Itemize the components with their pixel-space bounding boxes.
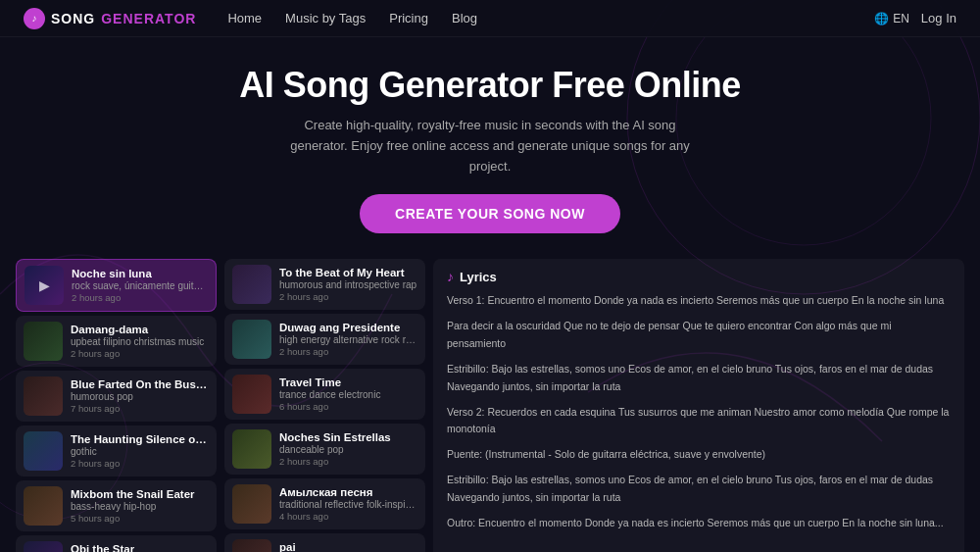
- song-time: 6 hours ago: [279, 401, 417, 412]
- lyrics-panel: ♪ Lyrics Verso 1: Encuentro el momento D…: [433, 259, 964, 552]
- song-card[interactable]: paifunk, pop, trap7 hours ago: [224, 533, 425, 552]
- song-thumbnail: ▶: [24, 266, 64, 305]
- nav-home[interactable]: Home: [227, 11, 262, 25]
- song-time: 7 hours ago: [71, 403, 209, 414]
- song-info: Duwag ang Presidentehigh energy alternat…: [279, 322, 417, 357]
- song-genre: humorous pop: [71, 391, 209, 402]
- navbar: ♪ SONG GENERATOR Home Music by Tags Pric…: [0, 0, 980, 37]
- song-time: 2 hours ago: [71, 458, 209, 469]
- logo[interactable]: ♪ SONG GENERATOR: [24, 8, 196, 29]
- song-time: 2 hours ago: [72, 292, 208, 303]
- song-time: 5 hours ago: [71, 513, 209, 524]
- song-thumbnail: [232, 320, 271, 359]
- song-genre: trance dance electronic: [279, 389, 417, 400]
- song-card[interactable]: Obi the Starpop inspirational7 hours ago: [16, 535, 217, 552]
- hero-subtext: Create high-quality, royalty-free music …: [284, 116, 696, 176]
- song-card[interactable]: Blue Farted On the Bus Againhumorous pop…: [16, 371, 217, 422]
- song-info: Noche sin lunarock suave, únicamente gui…: [72, 268, 208, 303]
- song-info: Obi the Starpop inspirational7 hours ago: [71, 543, 209, 552]
- lyrics-paragraph: Outro: Encuentro el momento Donde ya nad…: [447, 515, 951, 532]
- song-genre: humorous and introspective rap: [279, 279, 417, 290]
- lyrics-content: Verso 1: Encuentro el momento Donde ya n…: [447, 292, 951, 531]
- content-area: ▶Noche sin lunarock suave, únicamente gu…: [0, 247, 980, 552]
- song-card[interactable]: Амылская песняtraditional reflective fol…: [224, 478, 425, 529]
- song-card[interactable]: Noches Sin Estrellasdanceable pop2 hours…: [224, 424, 425, 475]
- song-info: Blue Farted On the Bus Againhumorous pop…: [71, 378, 209, 414]
- song-thumbnail: [24, 322, 63, 361]
- song-genre: traditional reflective folk-inspired: [279, 499, 417, 510]
- song-info: The Haunting Silence of a Forgotten...go…: [71, 433, 209, 469]
- song-genre: high energy alternative rock rebellious: [279, 334, 417, 345]
- lyrics-paragraph: Estribillo: Bajo las estrellas, somos un…: [447, 472, 951, 507]
- song-thumbnail: [24, 376, 63, 416]
- song-title: The Haunting Silence of a Forgotten...: [71, 433, 209, 445]
- song-info: To the Beat of My Hearthumorous and intr…: [279, 267, 417, 302]
- song-title: Travel Time: [279, 376, 417, 388]
- song-thumbnail: [232, 429, 271, 469]
- song-info: Mixbom the Snail Eaterbass-heavy hip-hop…: [71, 488, 209, 524]
- song-card[interactable]: Mixbom the Snail Eaterbass-heavy hip-hop…: [16, 480, 217, 531]
- song-thumbnail: [24, 486, 63, 526]
- song-title: Noches Sin Estrellas: [279, 431, 417, 443]
- song-card[interactable]: To the Beat of My Hearthumorous and intr…: [224, 259, 425, 310]
- lyrics-paragraph: Verso 1: Encuentro el momento Donde ya n…: [447, 292, 951, 310]
- song-title: Амылская песня: [279, 486, 417, 498]
- song-genre: gothic: [71, 446, 209, 457]
- song-time: 2 hours ago: [279, 291, 417, 302]
- lyrics-paragraph: Verso 2: Recuerdos en cada esquina Tus s…: [447, 404, 951, 439]
- song-card[interactable]: ▶Noche sin lunarock suave, únicamente gu…: [16, 259, 217, 312]
- song-thumbnail: [24, 541, 63, 552]
- lang-label: EN: [893, 12, 909, 25]
- song-title: Noche sin luna: [72, 268, 208, 279]
- song-title: Duwag ang Presidente: [279, 322, 417, 333]
- song-card[interactable]: The Haunting Silence of a Forgotten...go…: [16, 426, 217, 477]
- song-time: 2 hours ago: [279, 456, 417, 467]
- logo-icon: ♪: [24, 8, 45, 29]
- song-card[interactable]: Travel Timetrance dance electronic6 hour…: [224, 369, 425, 420]
- cta-button[interactable]: CREATE YOUR SONG NOW: [360, 194, 620, 233]
- nav-right: 🌐 EN Log In: [874, 11, 956, 25]
- songs-column-right: To the Beat of My Hearthumorous and intr…: [224, 259, 425, 552]
- song-thumbnail: [232, 265, 271, 304]
- nav-pricing[interactable]: Pricing: [389, 11, 428, 25]
- song-thumbnail: [232, 484, 271, 524]
- songs-column-left: ▶Noche sin lunarock suave, únicamente gu…: [16, 259, 217, 552]
- song-genre: upbeat filipino christmas music: [71, 336, 209, 347]
- song-info: Travel Timetrance dance electronic6 hour…: [279, 376, 417, 412]
- song-thumbnail: [232, 539, 271, 552]
- nav-blog[interactable]: Blog: [452, 11, 477, 25]
- nav-links: Home Music by Tags Pricing Blog: [227, 11, 874, 25]
- song-info: paifunk, pop, trap7 hours ago: [279, 541, 417, 552]
- song-thumbnail: [232, 375, 271, 414]
- lyrics-paragraph: Para decir a la oscuridad Que no te dejo…: [447, 318, 951, 353]
- lyrics-paragraph: Estribillo: Bajo las estrellas, somos un…: [447, 361, 951, 396]
- lyrics-header: ♪ Lyrics: [447, 269, 951, 284]
- play-icon: ▶: [24, 266, 64, 305]
- nav-music-by-tags[interactable]: Music by Tags: [285, 11, 366, 25]
- login-button[interactable]: Log In: [921, 11, 956, 25]
- song-time: 4 hours ago: [279, 511, 417, 522]
- song-time: 2 hours ago: [279, 346, 417, 357]
- song-card[interactable]: Damang-damaupbeat filipino christmas mus…: [16, 316, 217, 367]
- song-title: Blue Farted On the Bus Again: [71, 378, 209, 390]
- logo-text-song: SONG: [51, 11, 95, 26]
- lyrics-paragraph: Puente: (Instrumental - Solo de guitarra…: [447, 446, 951, 464]
- song-thumbnail: [24, 431, 63, 471]
- song-time: 2 hours ago: [71, 348, 209, 359]
- lyrics-title: Lyrics: [460, 270, 497, 284]
- song-title: Obi the Star: [71, 543, 209, 552]
- song-title: pai: [279, 541, 417, 552]
- song-info: Амылская песняtraditional reflective fol…: [279, 486, 417, 522]
- logo-text-gen: GENERATOR: [101, 11, 196, 26]
- hero-heading: AI Song Generator Free Online: [20, 65, 960, 106]
- song-title: Mixbom the Snail Eater: [71, 488, 209, 500]
- song-genre: danceable pop: [279, 444, 417, 455]
- language-selector[interactable]: 🌐 EN: [874, 12, 909, 25]
- song-info: Damang-damaupbeat filipino christmas mus…: [71, 324, 209, 359]
- song-genre: rock suave, únicamente guitarra eléctric…: [72, 280, 208, 291]
- hero-section: AI Song Generator Free Online Create hig…: [0, 37, 980, 247]
- globe-icon: 🌐: [874, 12, 889, 25]
- music-note-icon: ♪: [447, 269, 454, 284]
- song-card[interactable]: Duwag ang Presidentehigh energy alternat…: [224, 314, 425, 365]
- song-genre: bass-heavy hip-hop: [71, 501, 209, 512]
